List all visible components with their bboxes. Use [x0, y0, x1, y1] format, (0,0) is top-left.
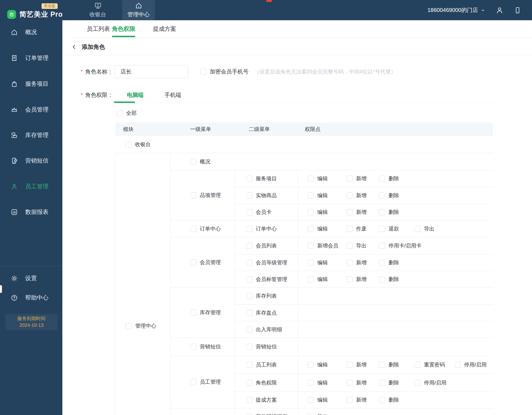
perm-checkbox[interactable]	[455, 362, 461, 368]
app-name: 简艺美业 Pro	[19, 10, 63, 19]
topbar-tab-cashier[interactable]: ¥ 收银台	[81, 0, 114, 20]
sidebar-item-overview[interactable]: 概况	[0, 24, 62, 41]
sidebar-item-orders[interactable]: 订单管理	[0, 50, 62, 66]
level2-checkbox[interactable]	[246, 193, 252, 199]
level2-checkbox[interactable]	[246, 414, 252, 415]
perm-checkbox[interactable]	[308, 243, 314, 249]
role-name-input[interactable]	[114, 65, 188, 78]
tab-commission-plan[interactable]: 提成方案	[153, 20, 176, 37]
level1-checkbox[interactable]	[190, 259, 196, 265]
encrypt-phone-checkbox[interactable]	[200, 69, 206, 75]
level1-checkbox[interactable]	[190, 379, 196, 385]
level2-label: 营收明细报表	[256, 413, 287, 415]
perm-checkbox[interactable]	[415, 362, 421, 368]
sidebar-item-reports[interactable]: 数据报表	[0, 204, 62, 220]
module-checkbox[interactable]	[126, 323, 132, 329]
perm-checkbox[interactable]	[379, 397, 385, 403]
account-person-icon[interactable]	[495, 6, 504, 14]
level2-checkbox[interactable]	[246, 310, 252, 316]
sidebar-item-members[interactable]: 会员管理	[0, 101, 62, 118]
perm-checkbox[interactable]	[308, 362, 314, 368]
sidebar-item-sms[interactable]: 营销短信	[0, 152, 62, 169]
perm-tab-mobile[interactable]: 手机端	[165, 91, 181, 99]
perm-tab-pc[interactable]: 电脑端	[127, 91, 144, 99]
perm-checkbox[interactable]	[347, 176, 353, 182]
level1-checkbox[interactable]	[190, 344, 196, 350]
sidebar-collapse-handle[interactable]	[0, 285, 2, 293]
table-row: 提成方案 编辑 新增 删除	[235, 391, 493, 408]
module-checkbox[interactable]	[126, 141, 132, 148]
perm-checkbox[interactable]	[379, 362, 385, 368]
sidebar-item-settings[interactable]: 设置	[0, 270, 62, 287]
perm-checkbox[interactable]	[347, 380, 353, 386]
perm-checkbox[interactable]	[308, 260, 314, 266]
table-row: 角色权限 编辑 新增 删除 停用/启用	[235, 374, 493, 391]
perm-checkbox[interactable]	[347, 362, 353, 368]
perm-checkbox[interactable]	[308, 276, 314, 282]
module-label: 管理中心	[135, 322, 156, 330]
perm-label: 编辑	[317, 259, 328, 266]
level2-checkbox[interactable]	[246, 209, 252, 215]
perm-checkbox[interactable]	[308, 209, 314, 215]
perm-label: 导出	[356, 242, 367, 249]
perm-checkbox[interactable]	[415, 226, 421, 232]
sidebar-item-help-center[interactable]: 帮助中心	[0, 289, 62, 306]
back-chevron-icon[interactable]	[71, 44, 77, 50]
perm-label: 编辑	[317, 225, 328, 232]
sidebar-item-staff[interactable]: 员工管理	[0, 178, 62, 195]
encrypt-phone-hint: （设置后该角色无法看到会员完整号码，中间4位以*号代替）	[254, 68, 396, 75]
tab-staff-list[interactable]: 员工列表	[87, 20, 110, 37]
perm-checkbox[interactable]	[379, 193, 385, 199]
level2-checkbox[interactable]	[246, 226, 252, 232]
level1-checkbox[interactable]	[190, 310, 196, 316]
perm-checkbox[interactable]	[347, 276, 353, 282]
perm-checkbox[interactable]	[379, 380, 385, 386]
perm-checkbox[interactable]	[379, 209, 385, 215]
level2-label: 角色权限	[256, 379, 277, 386]
perm-checkbox[interactable]	[347, 193, 353, 199]
perm-checkbox[interactable]	[379, 243, 385, 249]
level2-checkbox[interactable]	[246, 397, 252, 403]
perm-checkbox[interactable]	[308, 397, 314, 403]
tab-role-permissions[interactable]: 角色权限	[112, 20, 135, 37]
level2-checkbox[interactable]	[246, 176, 252, 182]
level1-checkbox[interactable]	[190, 159, 196, 165]
perm-checkbox[interactable]	[308, 193, 314, 199]
sidebar-item-services[interactable]: 服务项目	[0, 75, 62, 92]
level2-checkbox[interactable]	[246, 327, 252, 333]
table-row: 营销短信	[235, 338, 493, 356]
level2-checkbox[interactable]	[246, 344, 252, 350]
sidebar-item-inventory[interactable]: 库存管理	[0, 127, 62, 143]
level2-checkbox[interactable]	[246, 362, 252, 368]
perm-checkbox[interactable]	[347, 243, 353, 249]
level2-checkbox[interactable]	[246, 260, 252, 266]
perm-checkbox[interactable]	[347, 226, 353, 232]
module-check-row: 管理中心	[126, 322, 156, 330]
perm-checkbox[interactable]	[308, 176, 314, 182]
service-bag-icon	[11, 80, 18, 88]
perm-checkbox[interactable]	[308, 414, 314, 415]
select-all-checkbox[interactable]	[117, 110, 123, 116]
perm-checkbox[interactable]	[379, 260, 385, 266]
level2-checkbox[interactable]	[246, 243, 252, 249]
level1-checkbox[interactable]	[190, 192, 196, 198]
topbar: ¥ 收银台 管理中心 18600469000的门店	[0, 0, 532, 20]
perm-checkbox[interactable]	[379, 226, 385, 232]
mobile-phone-icon[interactable]	[514, 6, 521, 14]
perm-checkbox[interactable]	[379, 276, 385, 282]
level2-label: 会员标签管理	[256, 276, 287, 283]
sidebar-item-label: 设置	[25, 274, 37, 282]
level2-checkbox[interactable]	[246, 276, 252, 282]
perm-checkbox[interactable]	[347, 209, 353, 215]
level2-checkbox[interactable]	[246, 293, 252, 299]
level1-checkbox[interactable]	[190, 226, 196, 232]
store-selector[interactable]: 18600469000的门店	[428, 6, 485, 14]
perm-checkbox[interactable]	[347, 260, 353, 266]
perm-checkbox[interactable]	[308, 380, 314, 386]
topbar-tab-admin-center[interactable]: 管理中心	[122, 0, 155, 20]
perm-checkbox[interactable]	[379, 176, 385, 182]
perm-checkbox[interactable]	[415, 380, 421, 386]
perm-checkbox[interactable]	[347, 397, 353, 403]
level2-checkbox[interactable]	[246, 380, 252, 386]
perm-checkbox[interactable]	[308, 226, 314, 232]
